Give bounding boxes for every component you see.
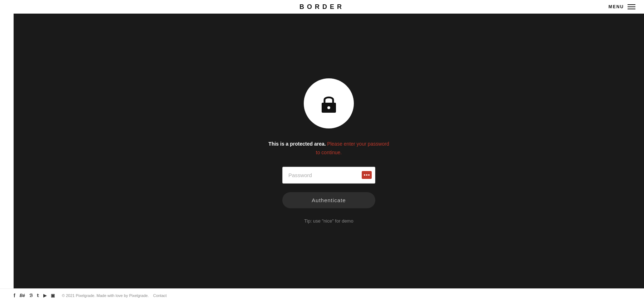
tip-text: Tip: use "nice" for demo (304, 218, 353, 224)
site-footer: f Bé ℬ 𝕥 ▶ ▣ © 2021 Pixelgrade. Made wit… (0, 288, 644, 302)
protected-desc: Please enter your passwordto continue. (316, 141, 389, 155)
authenticate-button[interactable]: Authenticate (282, 192, 375, 208)
dots-icon (364, 174, 370, 176)
protected-area-text: This is a protected area. Please enter y… (268, 140, 389, 157)
facebook-icon[interactable]: f (14, 293, 15, 298)
password-input[interactable] (282, 167, 375, 184)
site-header: BORDER MENU (0, 0, 644, 14)
toggle-password-button[interactable] (362, 171, 372, 179)
main-content-area: This is a protected area. Please enter y… (14, 14, 644, 288)
svg-point-1 (327, 106, 330, 109)
behance-icon[interactable]: Bé (20, 293, 25, 298)
lock-circle (304, 78, 354, 128)
lock-icon (317, 92, 340, 115)
hamburger-icon (628, 4, 635, 9)
password-container (282, 167, 375, 184)
menu-button[interactable]: MENU (609, 4, 635, 9)
copyright-text: © 2021 Pixelgrade. Made with love by Pix… (62, 293, 149, 298)
site-logo: BORDER (299, 3, 345, 11)
contact-link[interactable]: Contact (153, 293, 167, 298)
stumbleupon-icon[interactable]: ℬ (29, 293, 33, 298)
menu-label: MENU (609, 4, 624, 9)
social-links: f Bé ℬ 𝕥 ▶ ▣ (14, 293, 55, 298)
protected-bold: This is a protected area. (268, 141, 326, 147)
youtube-icon[interactable]: ▶ (43, 293, 47, 298)
vimeo-icon[interactable]: ▣ (51, 293, 55, 298)
twitter-icon[interactable]: 𝕥 (37, 293, 39, 298)
